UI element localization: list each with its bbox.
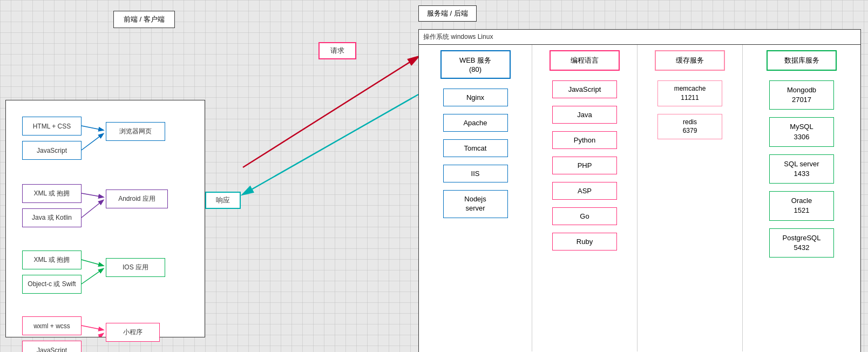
client-inner: HTML + CSS JavaScript 浏览器网页 XML 或 抱拥 Jav…: [6, 100, 205, 337]
nginx-box: Nginx: [443, 89, 508, 106]
svg-line-9: [243, 94, 418, 194]
response-box: 响应: [205, 192, 241, 209]
postgresql-box: PostgreSQL5432: [769, 228, 834, 258]
html-css-box: HTML + CSS: [22, 117, 82, 136]
mini-box: 小程序: [106, 323, 160, 342]
js2-box: JavaScript: [22, 341, 82, 352]
ruby-box: Ruby: [552, 233, 617, 251]
frontend-title: 前端 / 客户端: [113, 11, 175, 28]
svg-line-4: [82, 260, 103, 266]
wxml-wcss-box: wxml + wcss: [22, 316, 82, 335]
server-box: 操作系统 windows Linux WEB 服务(80) Nginx Apac…: [418, 29, 861, 352]
python-box: Python: [552, 131, 617, 149]
svg-line-8: [243, 57, 418, 167]
mysql-box: MySQL3306: [769, 117, 834, 146]
php-box: PHP: [552, 157, 617, 174]
java-kotlin-box: Java 或 Kotlin: [22, 208, 82, 227]
lang-header: 编程语言: [550, 50, 620, 71]
svg-line-6: [82, 326, 103, 330]
tomcat-box: Tomcat: [443, 139, 508, 157]
go-box: Go: [552, 207, 617, 225]
mongodb-box: Mongodb27017: [769, 80, 834, 110]
svg-line-3: [82, 200, 103, 218]
ios-box: IOS 应用: [106, 258, 165, 277]
javascript-box: JavaScript: [552, 80, 617, 98]
request-box: 请求: [318, 42, 356, 59]
cache-header: 缓存服务: [655, 50, 725, 71]
android-box: Android 应用: [106, 189, 168, 208]
apache-box: Apache: [443, 114, 508, 132]
svg-line-2: [82, 193, 103, 197]
server-panel: 服务端 / 后端 操作系统 windows Linux WEB 服务(80) N…: [418, 5, 861, 346]
db-header: 数据库服务: [767, 50, 837, 71]
asp-box: ASP: [552, 182, 617, 200]
iis-box: IIS: [443, 165, 508, 182]
web-col: WEB 服务(80) Nginx Apache Tomcat IIS Nodej…: [419, 45, 532, 351]
nodejs-box: Nodejsserver: [443, 190, 508, 218]
web-header: WEB 服务(80): [440, 50, 511, 79]
lang-col: 编程语言 JavaScript Java Python PHP ASP Go R…: [532, 45, 638, 351]
sqlserver-box: SQL server1433: [769, 154, 834, 184]
db-col: 数据库服务 Mongodb27017 MySQL3306 SQL server1…: [743, 45, 860, 351]
main-container: 前端 / 客户端 HTML + CSS JavaScript 浏览器网页 XML…: [0, 0, 868, 352]
os-label: 操作系统 windows Linux: [419, 30, 860, 45]
oracle-box: Oracle1521: [769, 191, 834, 220]
xml2-box: XML 或 抱拥: [22, 251, 82, 269]
svg-line-5: [82, 269, 103, 284]
memcache-box: memcache11211: [657, 80, 722, 106]
client-box: HTML + CSS JavaScript 浏览器网页 XML 或 抱拥 Jav…: [5, 100, 205, 337]
server-columns: WEB 服务(80) Nginx Apache Tomcat IIS Nodej…: [419, 45, 860, 351]
svg-line-0: [82, 126, 103, 130]
server-title: 服务端 / 后端: [418, 5, 477, 22]
browser-box: 浏览器网页: [106, 122, 165, 141]
cache-col: 缓存服务 memcache11211 redis6379: [638, 45, 743, 351]
svg-line-1: [82, 134, 103, 150]
js1-box: JavaScript: [22, 141, 82, 160]
svg-line-7: [82, 334, 103, 337]
java-box: Java: [552, 106, 617, 124]
xml1-box: XML 或 抱拥: [22, 184, 82, 203]
objc-swift-box: Object-c 或 Swift: [22, 275, 82, 294]
redis-box: redis6379: [657, 114, 722, 140]
